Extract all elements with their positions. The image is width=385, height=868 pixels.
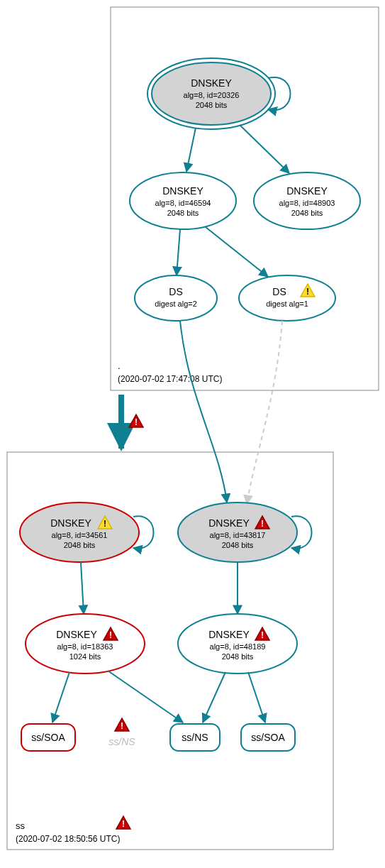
node-ss-zsk2-title: DNSKEY <box>208 629 250 640</box>
svg-text:!: ! <box>135 417 138 427</box>
svg-point-5 <box>239 275 335 321</box>
node-ss-soa2[interactable]: ss/SOA <box>241 724 295 751</box>
node-ss-ns[interactable]: ss/NS <box>170 724 220 751</box>
node-ds1-title: DS <box>169 286 182 297</box>
zone-ss-label: ss <box>16 820 26 831</box>
node-ss-zsk2-line1: alg=8, id=48189 <box>210 642 266 651</box>
node-ss-soa1-title: ss/SOA <box>31 732 65 743</box>
node-ds2-title: DS <box>272 286 286 297</box>
node-root-ksk-line2: 2048 bits <box>196 101 228 109</box>
edge-ssksk1-zsk1 <box>81 562 84 614</box>
node-ss-zsk1[interactable]: DNSKEY ! alg=8, id=18363 1024 bits <box>26 614 145 674</box>
node-ss-zsk2-line2: 2048 bits <box>222 652 254 661</box>
node-root-ksk-title: DNSKEY <box>191 77 232 89</box>
edge-ds2-ssksk2 <box>247 321 282 504</box>
edge-ds1-ssksk2 <box>180 321 227 502</box>
node-ss-ksk2-title: DNSKEY <box>208 517 250 529</box>
node-ss-ksk1-title: DNSKEY <box>50 517 91 529</box>
node-root-zsk1[interactable]: DNSKEY alg=8, id=46594 2048 bits <box>130 172 236 229</box>
node-ss-zsk1-line1: alg=8, id=18363 <box>57 642 113 651</box>
svg-text:!: ! <box>306 287 309 297</box>
edge-root-ksk-to-zsk1 <box>186 128 196 172</box>
svg-text:!: ! <box>104 519 106 529</box>
error-icon: ! <box>129 414 143 427</box>
node-root-zsk2-line1: alg=8, id=48903 <box>279 199 335 207</box>
node-ss-zsk2[interactable]: DNSKEY ! alg=8, id=48189 2048 bits <box>178 614 297 674</box>
node-ss-soa1[interactable]: ss/SOA <box>21 724 75 751</box>
edge-zsk1-ds2 <box>206 227 268 277</box>
node-ss-ksk1[interactable]: DNSKEY ! alg=8, id=34561 2048 bits <box>20 502 139 562</box>
node-root-ksk-line1: alg=8, id=20326 <box>184 91 240 99</box>
zone-ss-timestamp: (2020-07-02 18:50:56 UTC) <box>16 834 120 844</box>
node-ss-soa2-title: ss/SOA <box>251 732 285 743</box>
node-ds2[interactable]: DS digest alg=1 ! <box>239 275 335 321</box>
edge-zsk1-ds1 <box>177 229 180 275</box>
edge-zsk1-soa1 <box>52 672 69 723</box>
svg-text:!: ! <box>121 721 123 731</box>
node-ss-ksk1-line2: 2048 bits <box>64 541 96 549</box>
node-ss-ksk1-line1: alg=8, id=34561 <box>52 531 108 539</box>
error-icon: ! <box>116 816 130 829</box>
zone-root-timestamp: (2020-07-02 17:47:08 UTC) <box>118 374 222 384</box>
node-ss-ksk2[interactable]: DNSKEY ! alg=8, id=43817 2048 bits <box>178 502 297 562</box>
zone-root-label: . <box>118 361 121 371</box>
node-root-ksk[interactable]: DNSKEY alg=8, id=20326 2048 bits <box>147 58 275 129</box>
svg-text:!: ! <box>109 630 112 640</box>
node-ss-ns-title: ss/NS <box>182 732 208 743</box>
node-root-zsk1-line1: alg=8, id=46594 <box>155 199 211 207</box>
node-root-zsk1-title: DNSKEY <box>162 185 203 197</box>
node-root-zsk2-line2: 2048 bits <box>291 209 323 217</box>
node-root-zsk1-line2: 2048 bits <box>167 209 199 217</box>
node-ds2-line1: digest alg=1 <box>266 300 308 308</box>
svg-text:!: ! <box>261 519 264 529</box>
node-ss-ksk2-line2: 2048 bits <box>222 541 254 549</box>
node-ds1-line1: digest alg=2 <box>155 300 197 308</box>
edge-zsk2-ns <box>203 672 225 723</box>
svg-text:!: ! <box>122 819 125 829</box>
node-ds1[interactable]: DS digest alg=2 <box>135 275 217 321</box>
node-root-zsk2[interactable]: DNSKEY alg=8, id=48903 2048 bits <box>254 172 360 229</box>
svg-point-4 <box>135 275 217 321</box>
edge-root-ksk-to-zsk2 <box>240 125 289 173</box>
svg-text:!: ! <box>261 630 264 640</box>
node-ss-zsk1-line2: 1024 bits <box>69 652 101 661</box>
edge-zsk2-soa2 <box>248 672 265 723</box>
node-root-zsk2-title: DNSKEY <box>286 185 328 197</box>
edge-zsk1-ns <box>108 671 183 723</box>
svg-text:ss/NS: ss/NS <box>108 736 135 747</box>
node-ss-zsk1-title: DNSKEY <box>56 629 97 640</box>
node-ss-ksk2-line1: alg=8, id=43817 <box>210 531 266 539</box>
node-ss-ns-ghost: ss/NS ! <box>108 718 135 747</box>
error-icon: ! <box>115 718 129 731</box>
